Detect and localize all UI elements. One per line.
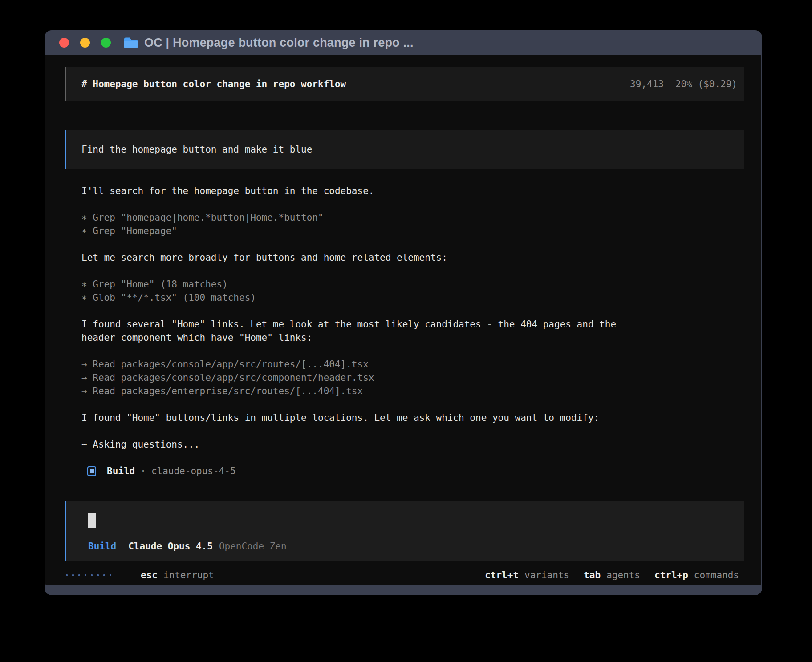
keybind-hint: tab agents <box>584 570 640 581</box>
assistant-line: I found "Home" buttons/links in multiple… <box>81 411 744 424</box>
context-usage: 20% ($0.29) <box>675 79 737 89</box>
terminal-window: OC | Homepage button color change in rep… <box>45 30 762 595</box>
titlebar[interactable]: OC | Homepage button color change in rep… <box>45 30 761 55</box>
user-message-text: Find the homepage button and make it blu… <box>81 144 312 155</box>
tool-call-line: → Read packages/console/app/src/componen… <box>81 371 744 384</box>
tool-call-line: ∗ Grep "homepage|home.*button|Home.*butt… <box>81 211 744 224</box>
close-button[interactable] <box>59 38 69 48</box>
user-message: Find the homepage button and make it blu… <box>65 130 744 169</box>
transcript: I'll search for the homepage button in t… <box>65 184 744 451</box>
keybind-key: tab <box>584 570 601 581</box>
assistant-line: I'll search for the homepage button in t… <box>81 184 744 198</box>
statusbar-right: ctrl+t variants tab agents ctrl+p comman… <box>485 570 739 581</box>
tool-call-line: ∗ Grep "Homepage" <box>81 224 744 238</box>
keybind-label: commands <box>694 570 739 581</box>
status-line: ~ Asking questions... <box>81 438 744 451</box>
keybind-key: ctrl+t <box>485 570 519 581</box>
traffic-lights <box>59 38 111 48</box>
tool-call-line: → Read packages/console/app/src/routes/[… <box>81 358 744 371</box>
agent-name: Build <box>107 466 135 476</box>
agent-separator: · <box>140 466 146 476</box>
session-header: # Homepage button color change in repo w… <box>65 67 744 101</box>
esc-key-label: interrupt <box>163 570 214 581</box>
assistant-text-block: I found several "Home" links. Let me loo… <box>81 318 744 344</box>
session-stats: 39,413 20% ($0.29) <box>630 79 737 89</box>
text-cursor <box>88 513 96 528</box>
input-status-row: Build Claude Opus 4.5 OpenCode Zen <box>88 541 744 552</box>
keybind-label: agents <box>606 570 640 581</box>
assistant-line: I found several "Home" links. Let me loo… <box>81 318 744 331</box>
tool-call-block: ∗ Grep "homepage|home.*button|Home.*butt… <box>81 211 744 238</box>
keybind-hint: ctrl+t variants <box>485 570 569 581</box>
assistant-text-block: Let me search more broadly for buttons a… <box>81 251 744 264</box>
prompt-input[interactable]: Build Claude Opus 4.5 OpenCode Zen <box>65 501 744 561</box>
statusbar: esc interrupt ctrl+t variants tab agents… <box>65 569 744 582</box>
model-label: Claude Opus 4.5 <box>128 541 213 552</box>
provider-label: OpenCode Zen <box>219 541 287 552</box>
assistant-text-block: I found "Home" buttons/links in multiple… <box>81 411 744 424</box>
tool-call-block: → Read packages/console/app/src/routes/[… <box>81 358 744 398</box>
agent-model: claude-opus-4-5 <box>151 466 236 476</box>
activity-dots <box>66 574 111 576</box>
window-title: OC | Homepage button color change in rep… <box>144 36 414 50</box>
zoom-button[interactable] <box>101 38 111 48</box>
agent-mode-label[interactable]: Build <box>88 541 116 552</box>
folder-icon <box>123 36 138 49</box>
assistant-line: Let me search more broadly for buttons a… <box>81 251 744 264</box>
tool-call-line: ∗ Glob "**/*.tsx" (100 matches) <box>81 291 744 304</box>
keybind-label: variants <box>524 570 569 581</box>
assistant-status-block: ~ Asking questions... <box>81 438 744 451</box>
tool-call-line: → Read packages/enterprise/src/routes/[.… <box>81 384 744 398</box>
terminal-content: # Homepage button color change in repo w… <box>45 55 761 585</box>
keybind-key: ctrl+p <box>654 570 688 581</box>
build-agent-icon <box>87 466 96 476</box>
minimize-button[interactable] <box>80 38 90 48</box>
assistant-text-block: I'll search for the homepage button in t… <box>81 184 744 198</box>
agent-status-row: Build · claude-opus-4-5 <box>65 464 744 478</box>
assistant-line: header component which have "Home" links… <box>81 331 744 344</box>
esc-key-hint: esc <box>141 570 158 581</box>
tool-call-block: ∗ Grep "Home" (18 matches) ∗ Glob "**/*.… <box>81 278 744 304</box>
tool-call-line: ∗ Grep "Home" (18 matches) <box>81 278 744 291</box>
statusbar-left: esc interrupt <box>66 570 214 581</box>
session-title: # Homepage button color change in repo w… <box>81 79 346 89</box>
token-count: 39,413 <box>630 79 664 89</box>
keybind-hint: ctrl+p commands <box>654 570 739 581</box>
